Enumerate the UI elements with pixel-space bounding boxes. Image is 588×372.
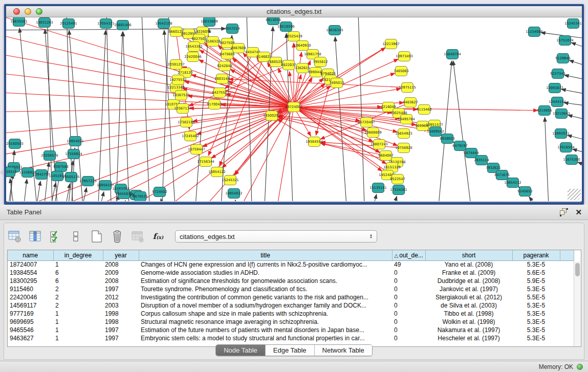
graph-node-19756928[interactable]: 19756928	[395, 143, 412, 153]
citation-edge-black[interactable]	[83, 188, 86, 201]
unselect-all-icon[interactable]	[69, 229, 84, 244]
graph-node-18300295[interactable]: 18300295	[263, 111, 280, 121]
graph-node-17054321[interactable]: 17054321	[97, 19, 115, 29]
graph-node-16958107[interactable]: 16958107	[97, 181, 114, 190]
citation-edge-black[interactable]	[569, 60, 582, 66]
graph-node-2935114[interactable]: 2935114	[474, 156, 489, 165]
graph-node-14275512[interactable]: 14275512	[169, 75, 187, 85]
citation-edge-red[interactable]	[6, 107, 294, 112]
graph-node-15751074[interactable]: 15751074	[556, 36, 574, 46]
tab-node-table[interactable]: Node Table	[216, 345, 266, 356]
graph-node-18367513[interactable]: 18367513	[172, 91, 190, 100]
network-window[interactable]: citations_edges.txt 18724007866012389129…	[4, 4, 584, 205]
citation-network-graph[interactable]: 1872400786601238912954182260589827503818…	[6, 17, 582, 201]
graph-node-9397588[interactable]: 9397588	[53, 162, 68, 172]
graph-node-2803144[interactable]: 2803144	[214, 74, 229, 84]
table-row[interactable]: 2242004622012Investigating the contribut…	[8, 293, 574, 301]
select-all-icon[interactable]	[48, 229, 63, 244]
graph-node-18807243[interactable]: 18807243	[371, 140, 388, 149]
graph-node-12444154[interactable]: 12444154	[549, 97, 566, 107]
table-row[interactable]: 977716911998Corpus callosum shape and si…	[8, 310, 574, 318]
table-row[interactable]: 946362711997Embryonic stem cells: a mode…	[8, 334, 574, 342]
citation-edge-black[interactable]	[98, 30, 105, 201]
graph-node-16848784[interactable]: 16848784	[444, 50, 461, 59]
citation-edge-black[interactable]	[561, 89, 582, 94]
column-header-short[interactable]: short	[425, 250, 512, 260]
close-panel-icon[interactable]: ✕	[575, 208, 582, 216]
table-scrollbar[interactable]	[574, 261, 580, 346]
graph-node-16636345[interactable]: 16636345	[326, 26, 343, 35]
function-builder-icon[interactable]: f(x)	[150, 229, 166, 244]
graph-node-8938923[interactable]: 8938923	[440, 134, 454, 144]
citation-edge-red[interactable]	[222, 107, 294, 168]
graph-node-20125491[interactable]: 20125491	[60, 19, 77, 29]
column-header-name[interactable]: name	[8, 250, 53, 260]
graph-node-1362615[interactable]: 1362615	[295, 63, 310, 73]
graph-node-11451914[interactable]: 11451914	[49, 171, 66, 181]
graph-node-17359924[interactable]: 17359924	[65, 149, 82, 159]
citation-edge-black[interactable]	[123, 32, 129, 201]
graph-node-20160503[interactable]: 20160503	[6, 139, 24, 149]
citation-edge-black[interactable]	[335, 37, 346, 201]
graph-node-20691406[interactable]: 20691406	[114, 20, 132, 30]
citation-edge-black[interactable]	[161, 199, 162, 201]
graph-node-16635501[interactable]: 16635501	[10, 17, 28, 27]
graph-node-7485063[interactable]: 7485063	[394, 67, 408, 76]
graph-node-19542108[interactable]: 19542108	[155, 19, 172, 29]
graph-node-10688609[interactable]: 10688609	[364, 128, 382, 138]
graph-node-6479197[interactable]: 6479197	[452, 141, 467, 151]
citation-edge-black[interactable]	[564, 103, 582, 105]
hub-node-18724007[interactable]: 18724007	[285, 102, 302, 112]
citation-edge-red[interactable]	[294, 107, 538, 111]
graph-node-9475685[interactable]: 9475685	[220, 50, 234, 59]
table-row[interactable]: 1456911722003Disruption of a novel membe…	[8, 301, 574, 310]
graph-node-19455012[interactable]: 19455012	[115, 189, 133, 199]
column-header-year[interactable]: year	[103, 250, 139, 260]
graph-node-9245652[interactable]: 9245652	[517, 187, 532, 196]
graph-node-9463627[interactable]: 9463627	[403, 98, 418, 107]
citation-edge-black[interactable]	[394, 196, 397, 201]
graph-node-16543382[interactable]: 16543382	[185, 42, 203, 52]
graph-node-19218596[interactable]: 19218596	[277, 22, 295, 32]
table-row[interactable]: 911546021997Tourette syndrome. Phenomeno…	[8, 285, 574, 293]
graph-node-10325419[interactable]: 10325419	[285, 32, 302, 41]
column-header-out_de[interactable]: △out_de...	[392, 250, 425, 260]
scrollbar-thumb[interactable]	[575, 263, 580, 276]
graph-node-10210643[interactable]: 10210643	[553, 109, 570, 119]
column-header-title[interactable]: title	[139, 250, 392, 260]
graph-node-19384554[interactable]: 19384554	[306, 137, 323, 147]
graph-node-22420046[interactable]: 22420046	[184, 52, 202, 62]
float-panel-icon[interactable]	[560, 208, 568, 216]
graph-node-18031283[interactable]: 18031283	[36, 18, 53, 28]
citation-edge-black[interactable]	[125, 201, 126, 201]
citation-edge-black[interactable]	[24, 179, 27, 201]
network-canvas[interactable]: 1872400786601238912954182260589827503818…	[6, 17, 582, 201]
splitpane-collapse-arrow-icon[interactable]	[0, 169, 4, 176]
graph-node-10367137[interactable]: 10367137	[174, 104, 191, 114]
graph-node-15245341[interactable]: 15245341	[564, 19, 582, 29]
graph-node-12942757[interactable]: 12942757	[33, 170, 50, 180]
citation-edge-black[interactable]	[106, 17, 111, 201]
graph-node-9724502[interactable]: 9724502	[152, 187, 167, 197]
table-row[interactable]: 969969511998Structural magnetic resonanc…	[8, 318, 574, 326]
table-row[interactable]: 946554611997Estimation of the future num…	[8, 326, 574, 334]
memory-ok-indicator-icon[interactable]	[577, 364, 583, 370]
tab-edge-table[interactable]: Edge Table	[266, 345, 315, 356]
canvas-resize-grip-icon[interactable]	[568, 189, 581, 200]
citation-edge-red[interactable]	[294, 107, 397, 132]
new-table-icon[interactable]	[89, 229, 104, 244]
graph-node-9129946[interactable]: 9129946	[555, 54, 570, 63]
table-row[interactable]: 1830029562008Estimation of significance …	[8, 277, 574, 285]
graph-node-7955812[interactable]: 7955812	[313, 57, 328, 67]
citation-edge-black[interactable]	[164, 30, 175, 201]
graph-node-15245321[interactable]: 15245321	[222, 176, 239, 185]
graph-node-20381257[interactable]: 20381257	[167, 60, 185, 70]
graph-node-10654112[interactable]: 10654112	[504, 178, 521, 188]
citation-edge-black[interactable]	[571, 42, 582, 48]
graph-node-17382199[interactable]: 17382199	[178, 118, 195, 127]
delete-rows-icon[interactable]	[110, 229, 125, 244]
citation-edge-black[interactable]	[578, 162, 582, 166]
column-header-pagerank[interactable]: pagerank	[512, 250, 560, 260]
citation-edge-black[interactable]	[453, 61, 471, 201]
graph-node-16954122[interactable]: 16954122	[208, 167, 226, 177]
